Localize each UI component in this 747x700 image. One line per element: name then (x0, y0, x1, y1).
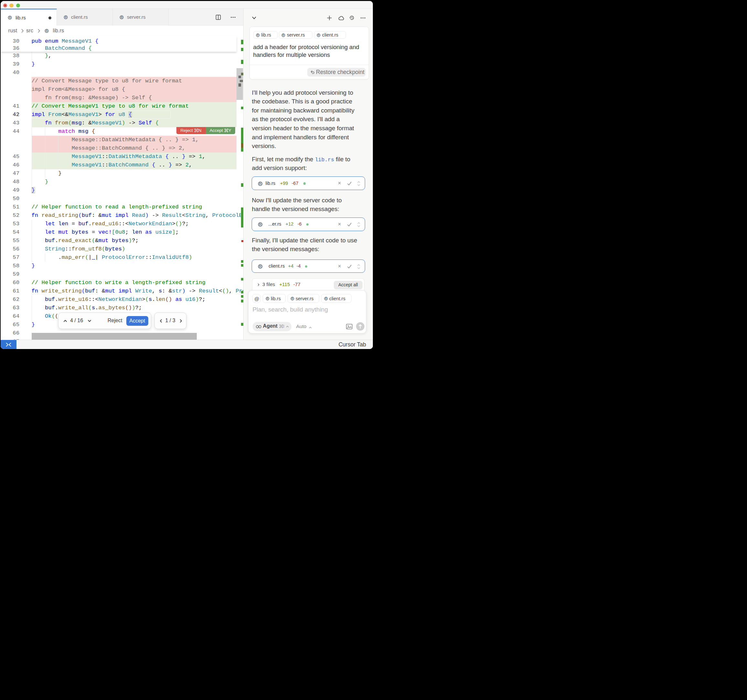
svg-text:R: R (318, 34, 319, 36)
svg-text:R: R (267, 298, 269, 300)
svg-text:R: R (283, 34, 284, 36)
svg-text:R: R (259, 182, 262, 185)
svg-text:R: R (257, 34, 259, 36)
svg-text:R: R (292, 298, 293, 300)
svg-text:R: R (325, 298, 327, 300)
svg-text:R: R (259, 223, 262, 226)
svg-text:R: R (259, 265, 262, 268)
